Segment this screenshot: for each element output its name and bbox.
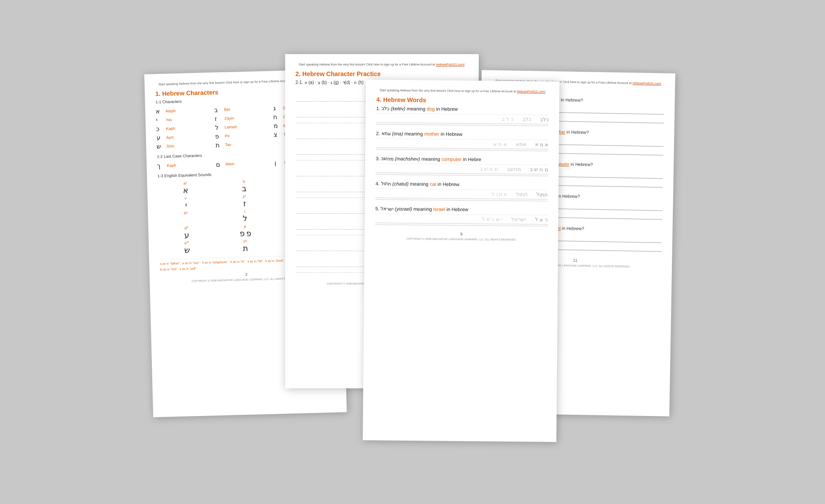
word-title-cat: 4. חתול (chatul) meaning cat in Hebrew — [375, 181, 548, 188]
page2-title: 2. Hebrew Character Practice — [296, 70, 468, 77]
word-line — [376, 149, 548, 151]
word-line — [375, 224, 547, 226]
promo-text-2: Start speaking Hebrew from the very firs… — [296, 63, 468, 66]
char-heb: ז — [214, 115, 222, 122]
char-heb: צ — [274, 131, 282, 138]
word-entry-computer: 3. מחשב (machshev) meaning computer in H… — [375, 156, 548, 176]
char-name: Tav — [225, 142, 231, 147]
sound-z2: z² ז — [216, 194, 272, 209]
sound-s10: s¹⁰ ש — [159, 240, 214, 256]
word-practice-computer: מ ח ש ב מחשב מ ח ש ב — [375, 163, 548, 172]
scene: Start speaking Hebrew from the very firs… — [149, 37, 677, 467]
char-kaph: כ Kaph — [156, 124, 211, 132]
char-zayin: ז Zayin — [214, 113, 270, 122]
word-entry-cat: 4. חתול (chatul) meaning cat in Hebrew ח… — [375, 181, 548, 201]
char-shin: ש Shin — [156, 142, 212, 150]
char-name: Bet — [224, 107, 230, 112]
char-heb: ם — [216, 161, 224, 168]
char-heb: ש — [156, 143, 164, 150]
char-heb: ח — [273, 113, 281, 121]
char-lamed: ל Lamed — [215, 122, 270, 131]
page3-num: 9 — [375, 231, 547, 237]
char-name: Ayin — [166, 135, 174, 139]
word-title-israel: 5. ישראל (yisrael) meaning Israel in Heb… — [375, 206, 547, 213]
word-entry-mother: 2. אמא (ima) meaning mother in Hebrew א … — [376, 131, 548, 151]
char-heb: ג — [273, 105, 281, 112]
char-heb: ך — [157, 162, 165, 169]
char-name: Mem — [225, 162, 234, 167]
char-name: Kaph — [167, 163, 176, 168]
char-heb: ן — [274, 159, 282, 166]
char-tav: ת Tav — [215, 140, 271, 148]
char-heb: כ — [156, 125, 164, 132]
word-title-dog: 1. כלב (kelev) meaning dog in Hebrew — [376, 106, 548, 113]
char-yav: י Yav — [156, 115, 211, 124]
sound-k6: k⁶ — [158, 210, 214, 226]
char-heb: א — [155, 108, 163, 115]
word-practice-mother: א מ א אמא א מ א — [376, 138, 548, 147]
word-line — [376, 124, 548, 126]
word-practice-dog: כ ל ב כלב כלב — [376, 113, 548, 122]
word-title-mother: 2. אמא (ima) meaning mother in Hebrew — [376, 131, 548, 138]
sound-l: l ל — [217, 208, 272, 224]
char-name: Zayin — [224, 116, 234, 121]
word-entry-israel: 5. ישראל (yisrael) meaning Israel in Heb… — [375, 206, 547, 226]
word-practice-israel: י ש ר א ל ישראל ר א ל — [375, 213, 547, 223]
char-name: Yav — [165, 117, 172, 122]
sound-t11: t¹¹ ת — [218, 238, 273, 254]
word-line — [375, 199, 548, 201]
promo-link-2[interactable]: HebrewPod101.com! — [436, 63, 465, 66]
sound-b: b ב — [216, 179, 271, 194]
char-heb: מ — [273, 122, 281, 129]
last-char-kaph: ך Kaph — [157, 161, 213, 169]
word-practice-cat: ח ת ו ל חתול חתול — [375, 188, 548, 197]
char-name: Aleph — [165, 109, 175, 113]
sound-v: v י — [158, 195, 213, 211]
char-heb: פ — [215, 132, 223, 139]
page-hebrew-words: Start speaking Hebrew from the very firs… — [363, 80, 559, 442]
char-name: Pe — [224, 134, 229, 138]
page3-copyright: COPYRIGHT © 2008 INNOVATIVE LANGUAGE LEA… — [375, 237, 547, 241]
char-pe: פ Pe — [215, 131, 270, 139]
char-heb: ב — [214, 106, 222, 113]
promo-link-3[interactable]: HebrewPod101.com! — [517, 90, 545, 93]
char-name: Shin — [166, 144, 174, 148]
word-entry-dog: 1. כלב (kelev) meaning dog in Hebrew כ ל… — [376, 106, 548, 126]
char-heb: ע — [156, 134, 164, 141]
promo-link-4[interactable]: HebrewPod101.com! — [632, 81, 661, 85]
page3-title: 4. Hebrew Words — [376, 96, 549, 104]
promo-text-3: Start speaking Hebrew from the very firs… — [376, 88, 549, 93]
char-heb: י — [156, 117, 164, 124]
last-char-mem: ם Mem — [216, 159, 271, 168]
word-line — [375, 174, 548, 176]
word-title-computer: 3. מחשב (machshev) meaning computer in H… — [375, 156, 548, 163]
char-name: Kaph — [165, 126, 175, 131]
sound-p: p פפ — [217, 223, 273, 239]
char-ayin: ע Ayin — [156, 133, 212, 141]
char-bet: ב Bet — [214, 105, 270, 113]
char-aleph: א Aleph — [155, 106, 211, 115]
char-heb: ל — [215, 124, 223, 131]
sound-a8: a⁸ ע — [158, 225, 214, 241]
sound-a1: a¹ א — [158, 180, 213, 196]
char-name: Lamed — [224, 124, 237, 129]
char-heb: ת — [215, 141, 223, 148]
